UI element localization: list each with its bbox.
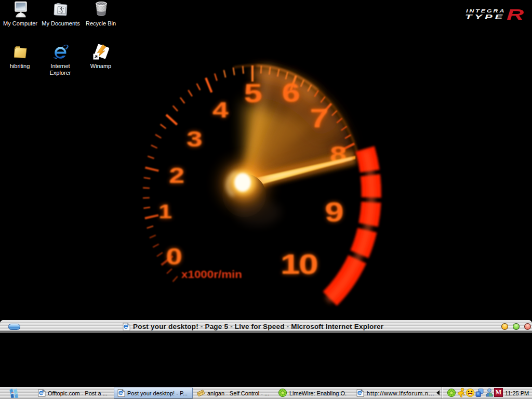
svg-text:9: 9 — [325, 197, 343, 227]
svg-text:2: 2 — [169, 163, 183, 188]
svg-text:4: 4 — [212, 97, 229, 122]
svg-text:5: 5 — [244, 79, 261, 108]
svg-text:x1000r/min: x1000r/min — [181, 268, 242, 280]
svg-text:3: 3 — [187, 126, 202, 151]
svg-text:6: 6 — [282, 79, 299, 108]
svg-text:10: 10 — [281, 249, 317, 280]
svg-text:1: 1 — [158, 201, 172, 222]
svg-text:R: R — [507, 6, 524, 23]
svg-text:0: 0 — [166, 244, 182, 270]
svg-text:7: 7 — [310, 104, 327, 133]
svg-text:TYPE: TYPE — [465, 13, 505, 21]
